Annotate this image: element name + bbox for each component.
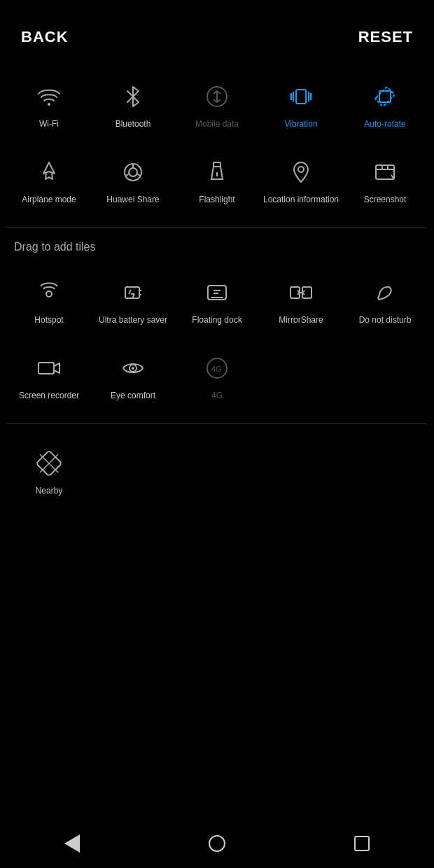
tile-vibration[interactable]: Vibration [259, 67, 343, 143]
svg-rect-36 [302, 287, 312, 298]
active-tiles-grid: Wi-Fi Bluetooth Mobile data [7, 67, 427, 218]
svg-line-14 [126, 174, 130, 176]
tile-wifi[interactable]: Wi-Fi [7, 67, 91, 143]
tile-eye-comfort[interactable]: Eye comfort [91, 339, 175, 414]
svg-line-28 [129, 290, 131, 294]
svg-rect-9 [379, 91, 391, 102]
nearby-section: Nearby [0, 427, 434, 517]
tile-4g-label: 4G [211, 391, 223, 402]
huawei-share-icon [116, 155, 150, 189]
tile-flashlight[interactable]: Flashlight [175, 143, 259, 218]
tile-huawei-share[interactable]: Huawei Share [91, 143, 175, 218]
svg-rect-38 [38, 363, 54, 374]
tile-mirror-share-label: MirrorShare [279, 315, 323, 326]
tile-vibration-label: Vibration [284, 119, 317, 130]
tile-do-not-disturb[interactable]: Do not disturb [343, 263, 427, 339]
active-tiles-section: Wi-Fi Bluetooth Mobile data [0, 60, 434, 225]
divider-1 [7, 227, 427, 228]
svg-point-24 [46, 291, 52, 297]
tile-ultra-battery-label: Ultra battery saver [99, 315, 167, 326]
tile-mobile-data-label: Mobile data [195, 119, 239, 130]
reset-button[interactable]: RESET [358, 28, 413, 46]
extra-tiles-grid: Hotspot Ultra battery saver [7, 263, 427, 414]
svg-rect-25 [125, 287, 139, 298]
tile-huawei-share-label: Huawei Share [106, 195, 159, 206]
tile-wifi-label: Wi-Fi [39, 119, 59, 130]
tile-auto-rotate[interactable]: Auto-rotate [343, 67, 427, 143]
mirror-share-icon [284, 276, 318, 309]
svg-rect-35 [290, 287, 300, 298]
screen-recorder-icon [32, 351, 66, 385]
tile-mobile-data[interactable]: Mobile data [175, 67, 259, 143]
auto-rotate-icon [368, 80, 402, 113]
tile-airplane-label: Airplane mode [22, 195, 76, 206]
tile-airplane[interactable]: Airplane mode [7, 143, 91, 218]
nav-bar [0, 819, 434, 868]
floating-dock-icon [200, 276, 234, 309]
do-not-disturb-icon [368, 276, 402, 309]
tile-screen-recorder[interactable]: Screen recorder [7, 339, 91, 414]
tile-nearby[interactable]: Nearby [7, 434, 91, 510]
tile-mirror-share[interactable]: MirrorShare [259, 263, 343, 339]
eye-comfort-icon [116, 351, 150, 385]
svg-point-40 [132, 367, 134, 370]
tile-bluetooth[interactable]: Bluetooth [91, 67, 175, 143]
tile-location[interactable]: Location information [259, 143, 343, 218]
tile-hotspot[interactable]: Hotspot [7, 263, 91, 339]
tile-screenshot[interactable]: Screenshot [343, 143, 427, 218]
tile-nearby-label: Nearby [36, 486, 63, 497]
svg-rect-3 [296, 90, 306, 104]
tile-hotspot-label: Hotspot [34, 315, 63, 326]
tile-floating-dock[interactable]: Floating dock [175, 263, 259, 339]
4g-icon: 4G [200, 351, 234, 385]
svg-point-11 [129, 168, 137, 176]
tile-bluetooth-label: Bluetooth [115, 119, 151, 130]
svg-point-0 [48, 103, 50, 106]
tile-ultra-battery[interactable]: Ultra battery saver [91, 263, 175, 339]
tile-location-label: Location information [263, 195, 339, 206]
tile-do-not-disturb-label: Do not disturb [359, 315, 412, 326]
back-button[interactable]: BACK [21, 28, 69, 46]
airplane-icon [32, 155, 66, 189]
screenshot-icon [368, 155, 402, 189]
wifi-icon [32, 80, 66, 113]
flashlight-icon [200, 155, 234, 189]
nearby-icon [32, 447, 66, 480]
hotspot-icon [32, 276, 66, 309]
tile-4g[interactable]: 4G 4G [175, 339, 259, 414]
tile-flashlight-label: Flashlight [199, 195, 234, 206]
ultra-battery-icon [116, 276, 150, 309]
svg-rect-32 [211, 297, 223, 298]
drag-label: Drag to add tiles [0, 231, 434, 256]
extra-tiles-section: Hotspot Ultra battery saver [0, 256, 434, 421]
svg-rect-18 [376, 165, 394, 179]
svg-rect-8 [375, 87, 395, 106]
svg-point-17 [298, 167, 304, 172]
tile-screenshot-label: Screenshot [364, 195, 407, 206]
vibration-icon [284, 80, 318, 113]
location-icon [284, 155, 318, 189]
tile-floating-dock-label: Floating dock [192, 315, 241, 326]
mobile-data-icon [200, 80, 234, 113]
svg-text:4G: 4G [211, 365, 222, 373]
tile-eye-comfort-label: Eye comfort [111, 391, 155, 402]
tile-auto-rotate-label: Auto-rotate [364, 119, 405, 130]
back-nav-icon[interactable] [64, 834, 80, 853]
home-nav-icon[interactable] [209, 835, 225, 852]
recents-nav-icon[interactable] [354, 836, 370, 851]
svg-line-13 [136, 174, 140, 176]
tile-screen-recorder-label: Screen recorder [19, 391, 79, 402]
bluetooth-icon [116, 80, 150, 113]
nearby-grid: Nearby [7, 434, 427, 510]
header: BACK RESET [0, 0, 434, 60]
divider-2 [7, 424, 427, 424]
